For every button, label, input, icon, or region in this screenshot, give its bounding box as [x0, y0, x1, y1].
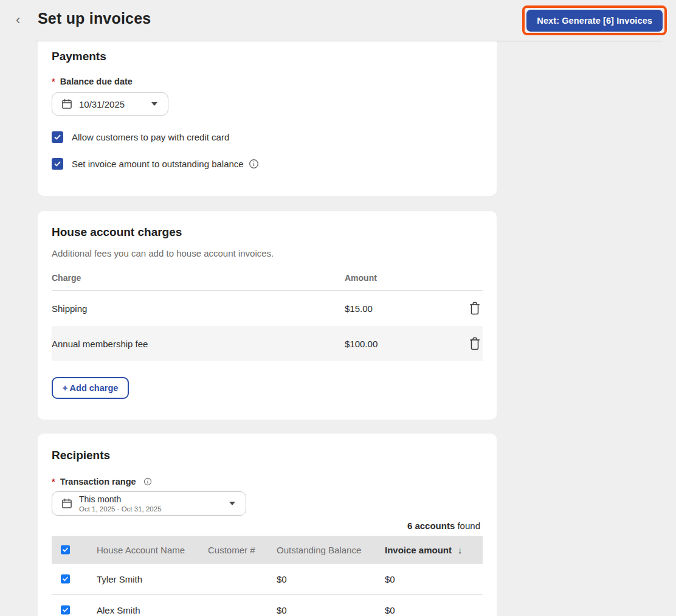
- payments-section: Payments *Balance due date 10/31/2025 Al…: [38, 41, 497, 196]
- outstanding-balance: $0: [277, 574, 287, 584]
- invoice-amount: $0: [385, 605, 395, 615]
- invoice-amount-checkbox[interactable]: [52, 158, 63, 170]
- table-row: Annual membership fee $100.00: [52, 326, 483, 361]
- name-column-header[interactable]: House Account Name: [97, 545, 185, 555]
- check-icon: [53, 133, 61, 141]
- row-checkbox[interactable]: [61, 575, 70, 584]
- transaction-range-label: *Transaction range: [52, 477, 152, 486]
- transaction-range-value: This month: [79, 494, 162, 505]
- recipients-section: Recipients *Transaction range This month…: [38, 434, 497, 616]
- check-icon: [62, 576, 69, 583]
- info-icon[interactable]: [143, 477, 152, 486]
- credit-card-checkbox-label: Allow customers to pay with credit card: [72, 132, 229, 142]
- house-charges-table-header: Charge Amount: [52, 272, 483, 291]
- chevron-down-icon: [151, 102, 157, 106]
- annotation-highlight-box: Next: Generate [6] Invoices: [522, 5, 667, 35]
- accounts-found-text: 6 accounts found: [407, 521, 480, 531]
- recipients-table-header: House Account Name Customer # Outstandin…: [52, 536, 483, 564]
- outstanding-column-header[interactable]: Outstanding Balance: [277, 545, 361, 555]
- balance-due-date-value: 10/31/2025: [79, 99, 125, 109]
- trash-icon: [468, 336, 481, 351]
- row-checkbox[interactable]: [61, 606, 70, 615]
- back-icon[interactable]: ‹: [16, 12, 20, 28]
- invoice-amount-column-header[interactable]: Invoice amount↓: [385, 545, 463, 555]
- chevron-down-icon: [229, 502, 235, 505]
- house-charges-subtitle: Additional fees you can add to house acc…: [52, 248, 274, 258]
- transaction-range-dropdown[interactable]: This month Oct 1, 2025 - Oct 31, 2025: [52, 491, 246, 516]
- check-icon: [53, 160, 61, 168]
- header-divider: [35, 41, 663, 41]
- table-row: Shipping $15.00: [52, 291, 483, 326]
- recipients-title: Recipients: [52, 449, 110, 462]
- charge-amount: $100.00: [345, 339, 378, 349]
- trash-icon: [468, 301, 481, 316]
- customer-column-header[interactable]: Customer #: [208, 545, 255, 555]
- transaction-range-dates: Oct 1, 2025 - Oct 31, 2025: [79, 505, 162, 513]
- page-title: Set up invoices: [38, 10, 151, 27]
- delete-charge-button[interactable]: [468, 301, 481, 316]
- credit-card-checkbox[interactable]: [52, 131, 63, 143]
- charge-amount: $15.00: [345, 303, 373, 314]
- select-all-checkbox[interactable]: [61, 545, 70, 555]
- account-name: Tyler Smith: [97, 574, 142, 584]
- table-row: Tyler Smith $0 $0: [52, 564, 483, 595]
- balance-due-date-picker[interactable]: 10/31/2025: [52, 92, 168, 116]
- check-icon: [62, 607, 69, 614]
- charge-column-header: Charge: [52, 273, 81, 283]
- invoice-amount-checkbox-label: Set invoice amount to outstanding balanc…: [72, 159, 259, 169]
- house-charges-section: House account charges Additional fees yo…: [38, 211, 497, 420]
- house-charges-title: House account charges: [52, 226, 182, 239]
- info-icon[interactable]: [249, 159, 259, 169]
- account-name: Alex Smith: [97, 605, 140, 615]
- sort-descending-icon: ↓: [458, 545, 463, 555]
- next-generate-invoices-button[interactable]: Next: Generate [6] Invoices: [526, 10, 663, 32]
- required-asterisk: *: [52, 477, 55, 486]
- calendar-icon: [61, 98, 73, 110]
- amount-column-header: Amount: [345, 273, 377, 283]
- payments-title: Payments: [52, 50, 106, 63]
- invoice-amount: $0: [385, 574, 395, 584]
- add-charge-button[interactable]: + Add charge: [52, 377, 129, 399]
- charge-name: Shipping: [52, 303, 87, 314]
- page-header: ‹ Set up invoices Next: Generate [6] Inv…: [0, 0, 676, 41]
- credit-card-checkbox-row: Allow customers to pay with credit card: [52, 131, 229, 143]
- recipients-table: House Account Name Customer # Outstandin…: [52, 536, 483, 616]
- outstanding-balance: $0: [277, 605, 287, 615]
- invoice-amount-checkbox-row: Set invoice amount to outstanding balanc…: [52, 158, 259, 170]
- charge-name: Annual membership fee: [52, 339, 148, 349]
- required-asterisk: *: [52, 77, 55, 86]
- table-row: Alex Smith $0 $0: [52, 595, 483, 616]
- balance-due-date-label: *Balance due date: [52, 77, 133, 86]
- calendar-icon: [61, 497, 73, 510]
- check-icon: [62, 547, 69, 553]
- delete-charge-button[interactable]: [468, 336, 481, 351]
